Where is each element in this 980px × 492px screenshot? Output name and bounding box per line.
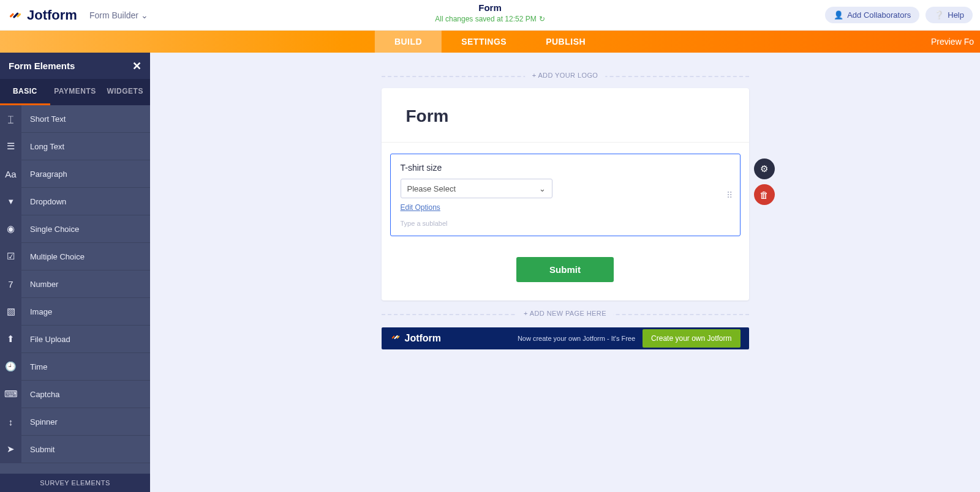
top-center: Form All changes saved at 12:52 PM ↻ [435,2,545,24]
sidebar-item-label: Number [21,280,58,289]
sidebar-item-label: Dropdown [21,197,66,206]
sidebar-item-label: Image [21,307,52,316]
promo-banner: Jotform Now create your own Jotform - It… [382,327,749,349]
upload-icon: ⬆ [0,326,21,353]
sidebar-item-dropdown[interactable]: ▾Dropdown [0,188,150,215]
elements-sidebar: Form Elements ✕ BASIC PAYMENTS WIDGETS ⌶… [0,53,150,492]
sidebar-item-long-text[interactable]: ☰Long Text [0,133,150,160]
chevron-down-icon: ⌄ [539,184,546,193]
sidebar-item-label: Captcha [21,390,59,399]
add-page-label[interactable]: + ADD NEW PAGE HERE [516,310,614,317]
form-header[interactable]: Form [382,88,749,143]
trash-icon: 🗑 [760,190,769,200]
short-text-icon: ⌶ [0,105,21,133]
sidebar-tab-widgets[interactable]: WIDGETS [100,79,150,105]
add-logo-row[interactable]: + ADD YOUR LOGO [382,76,749,77]
help-button[interactable]: ❔ Help [925,7,973,23]
sidebar-item-short-text[interactable]: ⌶Short Text [0,105,150,133]
edit-options-link[interactable]: Edit Options [401,203,440,212]
main-area: Form Elements ✕ BASIC PAYMENTS WIDGETS ⌶… [0,53,980,492]
sidebar-header: Form Elements ✕ [0,53,150,79]
submit-icon: ➤ [0,436,21,463]
sidebar-item-label: Single Choice [21,225,79,234]
sidebar-item-captcha[interactable]: ⌨Captcha [0,381,150,408]
product-selector[interactable]: Form Builder ⌄ [89,10,148,20]
sidebar-tab-payments[interactable]: PAYMENTS [50,79,100,105]
sidebar-item-spinner[interactable]: ↕Spinner [0,408,150,436]
form-title[interactable]: Form [406,106,725,126]
field-delete-button[interactable]: 🗑 [754,184,775,205]
form-name[interactable]: Form [435,2,545,13]
sidebar-title: Form Elements [9,61,75,71]
sidebar-item-label: Short Text [21,114,66,124]
sidebar-item-label: Paragraph [21,170,67,179]
checkbox-icon: ☑ [0,243,21,270]
sidebar-item-image[interactable]: ▧Image [0,298,150,326]
sidebar-item-file-upload[interactable]: ⬆File Upload [0,326,150,353]
sidebar-item-label: Time [21,362,47,371]
paragraph-icon: Aa [0,160,21,188]
field-label[interactable]: T-shirt size [401,163,730,173]
add-logo-label[interactable]: + ADD YOUR LOGO [525,72,606,79]
dropdown-value: Please Select [407,184,456,193]
sidebar-section-survey[interactable]: SURVEY ELEMENTS [0,474,150,492]
submit-row: Submit [382,242,749,300]
tab-publish[interactable]: PUBLISH [526,31,605,53]
add-page-row[interactable]: + ADD NEW PAGE HERE [382,314,749,315]
sidebar-item-submit[interactable]: ➤Submit [0,436,150,463]
field-settings-button[interactable]: ⚙ [754,158,775,179]
field-sublabel[interactable]: Type a sublabel [401,220,730,227]
sidebar-item-label: Long Text [21,142,64,151]
tab-settings[interactable]: SETTINGS [442,31,526,53]
chevron-down-icon: ⌄ [141,10,148,20]
sidebar-item-multiple-choice[interactable]: ☑Multiple Choice [0,243,150,270]
sidebar-item-single-choice[interactable]: ◉Single Choice [0,215,150,243]
form-canvas[interactable]: + ADD YOUR LOGO Form T-shirt size Please… [150,53,980,492]
add-collaborators-label: Add Collaborators [847,10,911,20]
brand-logo[interactable]: Jotform [7,7,77,23]
field-wrapper: T-shirt size Please Select ⌄ Edit Option… [382,143,749,242]
time-icon: 🕘 [0,353,21,381]
tab-build[interactable]: BUILD [375,31,442,53]
sidebar-item-label: Multiple Choice [21,252,85,261]
jotform-icon [7,7,23,23]
brand-name: Jotform [27,7,77,23]
form-card: Form T-shirt size Please Select ⌄ Edit O… [382,88,749,300]
save-status: All changes saved at 12:52 PM ↻ [435,15,545,23]
close-icon[interactable]: ✕ [132,59,141,73]
main-tab-bar: BUILD SETTINGS PUBLISH Preview Fo [0,31,980,53]
sidebar-item-paragraph[interactable]: AaParagraph [0,160,150,188]
long-text-icon: ☰ [0,133,21,160]
sidebar-tab-basic[interactable]: BASIC [0,79,50,105]
promo-cta-button[interactable]: Create your own Jotform [643,329,740,348]
dropdown-field[interactable]: T-shirt size Please Select ⌄ Edit Option… [390,154,741,236]
radio-icon: ◉ [0,215,21,243]
sidebar-item-number[interactable]: 7Number [0,270,150,298]
help-icon: ❔ [934,10,944,20]
captcha-icon: ⌨ [0,381,21,408]
dropdown-select[interactable]: Please Select ⌄ [401,179,552,198]
promo-text: Now create your own Jotform - It's Free [518,335,635,342]
jotform-icon [390,332,401,345]
dropdown-icon: ▾ [0,188,21,215]
submit-button[interactable]: Submit [516,257,614,282]
sidebar-item-label: File Upload [21,335,70,344]
help-label: Help [948,10,964,20]
spinner-icon: ↕ [0,408,21,436]
sidebar-item-time[interactable]: 🕘Time [0,353,150,381]
sidebar-elements-list: ⌶Short Text☰Long TextAaParagraph▾Dropdow… [0,105,150,474]
preview-form-button[interactable]: Preview Fo [931,37,974,47]
promo-brand: Jotform [405,333,442,344]
user-icon: 👤 [834,10,843,20]
add-collaborators-button[interactable]: 👤 Add Collaborators [825,7,919,23]
image-icon: ▧ [0,298,21,326]
number-icon: 7 [0,270,21,298]
gear-icon: ⚙ [760,163,768,174]
sidebar-item-label: Submit [21,445,55,454]
field-tools: ⚙ 🗑 [754,158,775,205]
revision-icon[interactable]: ↻ [539,15,545,23]
product-selector-label: Form Builder [89,10,138,20]
sidebar-tabs: BASIC PAYMENTS WIDGETS [0,79,150,105]
sidebar-item-label: Spinner [21,417,58,427]
drag-handle-icon[interactable]: ⠿ [726,193,734,197]
